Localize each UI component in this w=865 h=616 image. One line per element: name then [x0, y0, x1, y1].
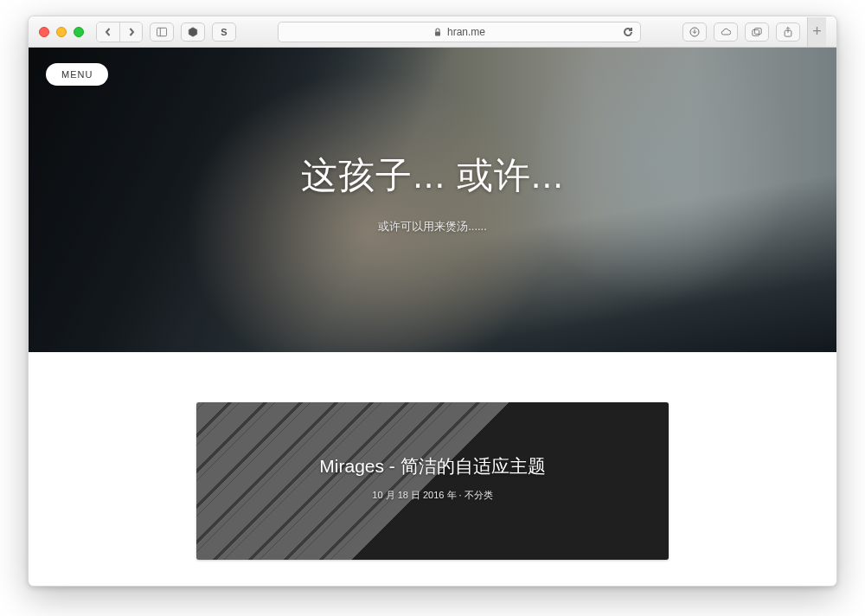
address-bar[interactable]: hran.me	[278, 22, 641, 42]
back-button[interactable]	[97, 22, 119, 42]
site-title: 这孩子... 或许...	[29, 151, 836, 200]
svg-rect-0	[157, 28, 166, 35]
window-controls	[39, 27, 84, 37]
nav-back-forward	[96, 22, 143, 42]
svg-rect-5	[753, 29, 759, 35]
titlebar: S hran.me +	[29, 16, 836, 48]
maximize-window-button[interactable]	[74, 27, 84, 37]
share-button[interactable]	[776, 22, 800, 42]
close-window-button[interactable]	[39, 27, 49, 37]
minimize-window-button[interactable]	[56, 27, 67, 37]
adblock-button[interactable]	[181, 22, 205, 42]
hero-banner: MENU 这孩子... 或许... 或许可以用来煲汤......	[29, 48, 836, 352]
show-tabs-button[interactable]	[745, 22, 769, 42]
site-subtitle: 或许可以用来煲汤......	[29, 219, 836, 234]
download-icon	[689, 27, 700, 37]
sidebar-toggle-button[interactable]	[150, 22, 174, 42]
toolbar-right	[682, 22, 800, 42]
post-card[interactable]: Mirages - 简洁的自适应主题 10 月 18 日 2016 年 · 不分…	[196, 402, 669, 560]
menu-button[interactable]: MENU	[46, 63, 108, 86]
post-title: Mirages - 简洁的自适应主题	[196, 454, 669, 478]
address-bar-host: hran.me	[447, 26, 485, 38]
icloud-tabs-button[interactable]	[714, 22, 738, 42]
svg-rect-6	[754, 28, 761, 34]
svg-marker-2	[189, 27, 196, 35]
abp-icon	[188, 27, 198, 37]
content-area: Mirages - 简洁的自适应主题 10 月 18 日 2016 年 · 不分…	[29, 352, 836, 560]
post-card-text: Mirages - 简洁的自适应主题 10 月 18 日 2016 年 · 不分…	[196, 454, 669, 502]
chevron-left-icon	[104, 28, 112, 36]
post-meta: 10 月 18 日 2016 年 · 不分类	[196, 489, 669, 502]
downloads-button[interactable]	[682, 22, 707, 42]
tabs-icon	[752, 27, 762, 37]
hero-text: 这孩子... 或许... 或许可以用来煲汤......	[29, 151, 836, 234]
sidebar-icon	[157, 27, 167, 37]
forward-button[interactable]	[119, 22, 142, 42]
chevron-right-icon	[127, 28, 136, 36]
share-icon	[783, 27, 793, 37]
reload-icon[interactable]	[623, 27, 633, 37]
extension-s-button[interactable]: S	[212, 22, 236, 42]
new-tab-button[interactable]: +	[807, 17, 826, 47]
browser-window: S hran.me + MENU	[28, 16, 837, 587]
cloud-icon	[721, 27, 731, 37]
lock-icon	[433, 28, 442, 36]
svg-rect-3	[435, 31, 440, 35]
plus-icon: +	[812, 22, 822, 41]
page-viewport: MENU 这孩子... 或许... 或许可以用来煲汤...... Mirages…	[29, 48, 836, 586]
